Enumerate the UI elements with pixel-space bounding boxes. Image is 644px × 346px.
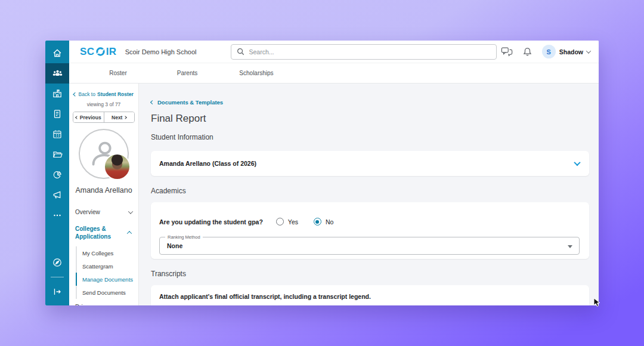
student-photo: [104, 153, 131, 180]
next-chevron-icon: [124, 116, 128, 119]
user-menu-chevron-icon: [586, 48, 591, 53]
scoir-logo-text-1: SC: [80, 46, 95, 58]
scoir-logo-o-icon: [95, 47, 106, 57]
search-bar[interactable]: [231, 44, 497, 60]
students-icon[interactable]: [45, 63, 69, 84]
nav-overview-label: Overview: [75, 209, 100, 215]
nav-my-colleges[interactable]: My Colleges: [76, 246, 138, 260]
student-avatar: [79, 129, 129, 179]
student-pager: Previous Next: [73, 112, 135, 123]
transcripts-card: Attach applicant's final official transc…: [151, 285, 589, 305]
tab-scholarships[interactable]: Scholarships: [222, 70, 291, 76]
explore-icon[interactable]: [45, 252, 69, 273]
student-info-summary: Amanda Arellano (Class of 2026): [159, 160, 256, 167]
mouse-cursor: [593, 298, 602, 307]
calendar-icon[interactable]: [45, 124, 69, 144]
nav-drive[interactable]: Drive: [69, 300, 138, 305]
section-transcripts: Transcripts: [151, 270, 589, 278]
scoir-app-window: SC IR Scoir Demo High School S Shadow: [45, 41, 599, 305]
scoir-logo[interactable]: SC IR: [80, 46, 117, 58]
back-docs-chevron-icon: [150, 100, 154, 104]
page-title: Final Report: [151, 113, 589, 125]
reports-icon[interactable]: [45, 165, 69, 185]
nav-manage-documents[interactable]: Manage Documents: [76, 273, 138, 286]
school-icon[interactable]: [45, 84, 69, 104]
previous-student-button[interactable]: Previous: [73, 112, 104, 122]
previous-chevron-icon: [75, 116, 79, 119]
user-menu[interactable]: S Shadow: [542, 45, 590, 58]
home-icon[interactable]: [45, 43, 69, 63]
school-name: Scoir Demo High School: [125, 48, 197, 55]
back-bold: Student Roster: [97, 91, 134, 97]
next-label: Next: [112, 115, 122, 121]
back-to-student-roster-link[interactable]: Back to Student Roster: [69, 91, 138, 97]
colleges-sub-nav: My Colleges Scattergram Manage Documents…: [76, 246, 138, 299]
main-pane: Documents & Templates Final Report Stude…: [139, 84, 599, 305]
rail-divider: [51, 277, 64, 277]
primary-tabs: Roster Parents Scholarships: [69, 63, 599, 84]
tab-parents[interactable]: Parents: [153, 70, 222, 76]
announcements-icon[interactable]: [45, 185, 69, 205]
section-student-information: Student Information: [151, 133, 589, 141]
back-prefix: Back to: [79, 91, 95, 97]
colleges-chevron-icon: [127, 231, 132, 236]
academics-card: Are you updating the student gpa? Yes No…: [151, 202, 589, 259]
messages-icon[interactable]: [501, 47, 513, 57]
scoir-logo-text-2: IR: [106, 46, 117, 58]
user-avatar: S: [542, 45, 556, 58]
tab-roster[interactable]: Roster: [83, 70, 153, 76]
back-chevron-icon: [73, 92, 77, 96]
student-panel: Back to Student Roster viewing 3 of 77 P…: [69, 84, 139, 305]
student-info-accordion[interactable]: Amanda Arellano (Class of 2026): [151, 151, 589, 176]
back-docs-label: Documents & Templates: [157, 99, 223, 106]
nav-send-documents[interactable]: Send Documents: [76, 286, 138, 299]
nav-overview[interactable]: Overview: [69, 204, 138, 220]
collapse-sidebar-icon[interactable]: [45, 282, 69, 302]
search-icon: [236, 47, 245, 56]
radio-no-label: No: [326, 218, 333, 225]
gpa-question-row: Are you updating the student gpa? Yes No: [159, 218, 580, 225]
student-name: Amanda Arellano: [69, 186, 138, 194]
search-input[interactable]: [249, 48, 491, 55]
ranking-method-label: Ranking Method: [165, 234, 203, 240]
user-name: Shadow: [559, 48, 583, 55]
radio-yes-label: Yes: [288, 218, 298, 225]
ranking-method-value: None: [160, 237, 579, 254]
folder-icon[interactable]: [45, 144, 69, 165]
nav-drive-label: Drive: [75, 304, 89, 305]
radio-yes-circle-icon[interactable]: [276, 218, 284, 225]
overview-chevron-icon: [128, 209, 133, 214]
next-student-button[interactable]: Next: [104, 112, 135, 122]
nav-colleges-label: Colleges & Applications: [75, 225, 119, 240]
gpa-question: Are you updating the student gpa?: [159, 218, 263, 225]
gpa-radio-no[interactable]: No: [314, 218, 333, 225]
previous-label: Previous: [80, 115, 101, 121]
icon-rail: [45, 41, 69, 305]
gpa-radio-yes[interactable]: Yes: [276, 218, 298, 225]
ranking-method-select[interactable]: Ranking Method None: [159, 237, 580, 255]
viewing-count: viewing 3 of 77: [69, 101, 138, 107]
section-academics: Academics: [151, 187, 589, 195]
notifications-bell-icon[interactable]: [522, 47, 532, 57]
expand-student-info-icon: [574, 159, 580, 166]
more-icon[interactable]: [45, 205, 69, 225]
select-caret-icon: [568, 245, 572, 248]
nav-scattergram[interactable]: Scattergram: [76, 260, 138, 273]
top-header: SC IR Scoir Demo High School S Shadow: [69, 41, 599, 63]
radio-no-circle-icon[interactable]: [314, 218, 321, 225]
student-section-nav: Overview Colleges & Applications My Coll…: [69, 204, 138, 305]
back-to-documents-link[interactable]: Documents & Templates: [151, 99, 589, 106]
documents-icon[interactable]: [45, 104, 69, 124]
transcript-instruction: Attach applicant's final official transc…: [159, 293, 371, 300]
nav-colleges-applications[interactable]: Colleges & Applications: [69, 220, 138, 245]
